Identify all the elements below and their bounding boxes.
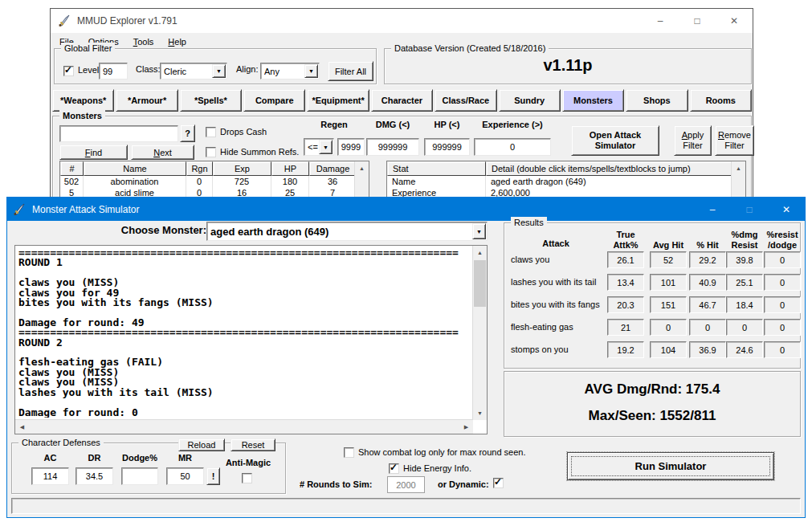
scroll-up-icon[interactable]: ▲ <box>473 246 487 259</box>
dynamic-checkbox[interactable] <box>493 478 504 488</box>
scroll-right-icon[interactable]: ▶ <box>459 420 473 434</box>
minimize-icon[interactable]: – <box>694 198 731 221</box>
result-value: 0 <box>726 319 763 336</box>
dynamic-label: or Dynamic: <box>438 479 489 489</box>
result-value: 36.9 <box>689 341 726 358</box>
run-simulator-button[interactable]: Run Simulator <box>567 452 774 480</box>
rounds-to-sim-label: # Rounds to Sim: <box>300 479 372 489</box>
level-input[interactable] <box>99 63 128 80</box>
dmg-input[interactable] <box>366 138 419 156</box>
caption-buttons: – □ ✕ <box>694 198 805 221</box>
column-header[interactable]: Name <box>84 161 186 176</box>
chevron-down-icon[interactable]: ▼ <box>472 223 486 239</box>
choose-monster-select[interactable]: aged earth dragon (649) ▼ <box>206 222 488 241</box>
results-column-header: TrueAttk% <box>607 225 644 251</box>
menu-tools[interactable]: Tools <box>126 35 161 48</box>
column-header[interactable]: Stat <box>387 161 486 176</box>
mr-input[interactable] <box>166 467 204 485</box>
table-cell: 502 <box>60 176 84 187</box>
result-value: 25.1 <box>726 274 763 291</box>
hp-input[interactable] <box>424 138 470 156</box>
result-value: 13.4 <box>607 274 644 291</box>
reload-button[interactable]: Reload <box>178 438 225 451</box>
column-header[interactable]: Exp <box>213 161 271 176</box>
dialog-title: Monster Attack Simulator <box>32 204 139 215</box>
column-header[interactable]: Damage <box>309 161 357 176</box>
column-header[interactable]: HP <box>271 161 309 176</box>
drops-cash-checkbox[interactable] <box>206 127 216 137</box>
experience-label: Experience (>) <box>474 120 551 129</box>
result-value: 0 <box>689 319 726 336</box>
help-button[interactable]: ? <box>180 124 195 142</box>
result-value: 29.2 <box>689 251 726 268</box>
tab-armour[interactable]: *Armour* <box>116 89 177 112</box>
minimize-icon[interactable]: – <box>642 9 679 33</box>
scroll-up-icon[interactable]: ▲ <box>355 161 369 175</box>
scroll-down-icon[interactable]: ▼ <box>473 406 487 420</box>
hide-energy-checkbox[interactable] <box>389 463 399 474</box>
tab-shops[interactable]: Shops <box>626 89 688 112</box>
class-select[interactable]: Cleric ▼ <box>160 63 227 80</box>
tab-monsters[interactable]: Monsters <box>562 89 624 112</box>
regen-op-select[interactable]: <= ▼ <box>304 138 334 156</box>
anti-magic-checkbox[interactable] <box>242 473 252 483</box>
next-button[interactable]: Next <box>131 145 194 160</box>
vertical-scrollbar[interactable]: ▲ ▼ <box>472 246 487 420</box>
result-value: 0 <box>764 319 801 336</box>
tab-class-race[interactable]: Class/Race <box>435 89 496 112</box>
ac-input[interactable] <box>31 467 69 485</box>
tab-sundry[interactable]: Sundry <box>499 89 561 112</box>
chevron-down-icon[interactable]: ▼ <box>212 64 226 78</box>
table-row[interactable]: 502abomination072518036 <box>60 176 369 187</box>
status-bar <box>11 498 801 514</box>
table-cell: aged earth dragon (649) <box>486 176 733 187</box>
remove-filter-button[interactable]: Remove Filter <box>715 125 754 156</box>
tab-spells[interactable]: *Spells* <box>180 89 242 112</box>
open-attack-simulator-button[interactable]: Open Attack Simulator <box>571 125 659 156</box>
tab-equipment[interactable]: *Equipment* <box>307 89 369 112</box>
dodge-input[interactable] <box>121 467 158 485</box>
menu-help[interactable]: Help <box>161 35 194 48</box>
horizontal-scrollbar[interactable]: ◀ ▶ <box>15 419 473 434</box>
drops-cash-label: Drops Cash <box>220 127 267 137</box>
scroll-up-icon[interactable]: ▲ <box>732 161 745 175</box>
find-button[interactable]: Find <box>59 145 128 160</box>
monster-search-input[interactable] <box>59 125 178 142</box>
tab-weapons[interactable]: *Weapons* <box>52 89 114 112</box>
rounds-to-sim-input[interactable] <box>387 476 425 493</box>
column-header[interactable]: Detail (double click items/spells/textbl… <box>486 161 733 176</box>
dr-input[interactable] <box>75 467 113 485</box>
show-combat-log-checkbox[interactable] <box>344 447 354 458</box>
column-header[interactable]: # <box>60 161 84 176</box>
summary-panel: AVG Dmg/Rnd: 175.4 Max/Seen: 1552/811 <box>504 371 801 437</box>
caption-buttons: – □ ✕ <box>642 9 753 33</box>
level-checkbox[interactable] <box>63 66 74 76</box>
dr-label: DR <box>75 453 113 463</box>
close-icon[interactable]: ✕ <box>768 198 805 221</box>
hide-summon-checkbox[interactable] <box>206 147 216 157</box>
reset-button[interactable]: Reset <box>231 438 275 451</box>
result-value: 39.8 <box>726 251 763 268</box>
scrollbar-thumb[interactable] <box>474 260 486 307</box>
tab-rooms[interactable]: Rooms <box>690 89 752 112</box>
column-header[interactable]: Rgn <box>186 161 213 176</box>
combat-log[interactable]: ========================================… <box>14 245 488 434</box>
apply-filter-button[interactable]: Apply Filter <box>674 125 712 156</box>
table-row[interactable]: Nameaged earth dragon (649) <box>387 176 745 187</box>
align-select[interactable]: Any ▼ <box>260 63 320 80</box>
scroll-left-icon[interactable]: ◀ <box>15 420 29 434</box>
tab-compare[interactable]: Compare <box>243 89 305 112</box>
table-cell: 0 <box>186 176 213 187</box>
close-icon[interactable]: ✕ <box>716 9 753 33</box>
attack-column-header: Attack <box>511 239 601 248</box>
chevron-down-icon[interactable]: ▼ <box>319 140 333 154</box>
table-cell: Name <box>387 176 486 187</box>
filter-all-button[interactable]: Filter All <box>328 61 373 81</box>
mr-label: MR <box>166 453 204 463</box>
mr-warning-button[interactable]: ! <box>206 467 220 485</box>
tab-character[interactable]: Character <box>371 89 433 112</box>
chevron-down-icon[interactable]: ▼ <box>304 64 318 78</box>
regen-input[interactable] <box>337 138 365 156</box>
maximize-icon[interactable]: □ <box>679 9 716 33</box>
experience-input[interactable] <box>474 138 551 156</box>
